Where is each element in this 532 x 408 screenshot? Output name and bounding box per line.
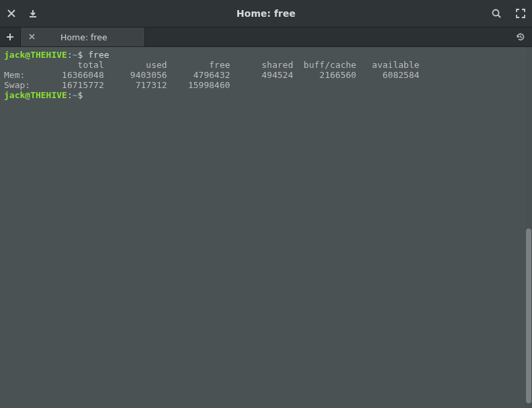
prompt-dollar: $ <box>78 90 83 100</box>
window-title: Home: free <box>0 8 532 19</box>
prompt-sep: : <box>67 50 73 60</box>
close-window-icon[interactable] <box>7 9 16 18</box>
new-tab-button[interactable] <box>0 28 21 46</box>
output-header: total used free shared buff/cache availa… <box>4 60 419 70</box>
tab-close-icon[interactable] <box>29 32 35 42</box>
title-bar-left <box>7 9 38 18</box>
svg-point-0 <box>493 10 499 16</box>
title-bar: Home: free <box>0 0 532 28</box>
tab-bar: Home: free <box>0 28 532 47</box>
tab-title: Home: free <box>60 32 107 42</box>
title-bar-right <box>492 9 525 18</box>
prompt-command: free <box>83 50 109 60</box>
output-swap-row: Swap: 16715772 717312 15998460 <box>4 80 230 90</box>
history-icon[interactable] <box>516 32 525 42</box>
search-icon[interactable] <box>492 9 501 18</box>
prompt-path: ~ <box>73 90 78 100</box>
fullscreen-icon[interactable] <box>516 9 525 18</box>
tab-bar-right <box>516 28 525 46</box>
terminal-pane[interactable]: jack@THEHIVE:~$ free total used free sha… <box>0 47 532 408</box>
prompt-sep: : <box>67 90 73 100</box>
prompt-user: jack@THEHIVE <box>4 50 67 60</box>
download-icon[interactable] <box>28 9 38 18</box>
prompt-user: jack@THEHIVE <box>4 90 67 100</box>
scrollbar-track[interactable] <box>525 47 532 408</box>
prompt-path: ~ <box>73 50 78 60</box>
tab-home-free[interactable]: Home: free <box>21 28 145 46</box>
output-mem-row: Mem: 16366048 9403056 4796432 494524 216… <box>4 70 419 80</box>
scrollbar-thumb[interactable] <box>526 229 531 403</box>
